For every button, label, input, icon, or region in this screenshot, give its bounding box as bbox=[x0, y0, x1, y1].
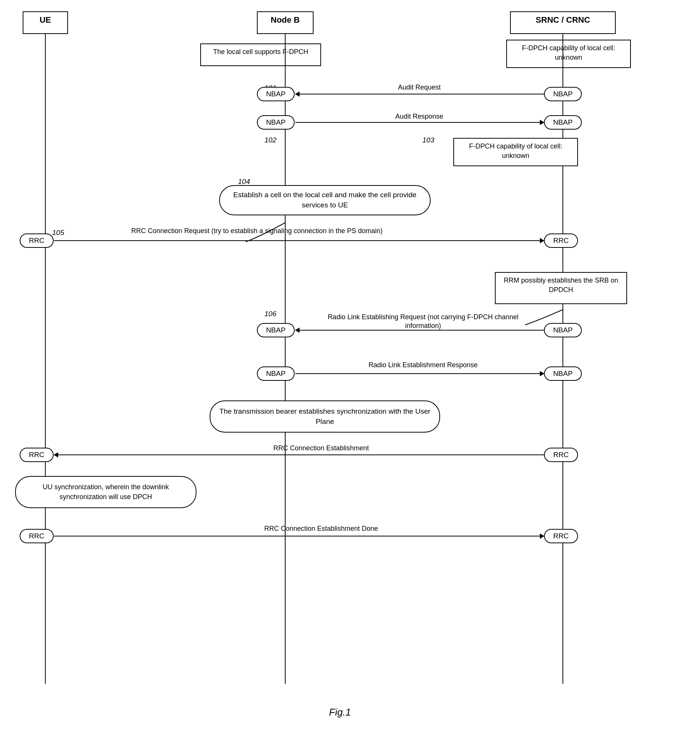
establish-cell-pill: Establish a cell on the local cell and m… bbox=[219, 185, 431, 215]
uu-sync-pill: UU synchronization, wherein the downlink… bbox=[15, 476, 196, 508]
radio-link-establishing-label: Radio Link Establishing Request (not car… bbox=[314, 313, 533, 331]
lifeline-ue bbox=[45, 34, 46, 684]
lifeline-srnc bbox=[562, 34, 563, 684]
rrc-conn-establishment-arrow bbox=[54, 454, 544, 455]
nbap-srnc-3: NBAP bbox=[544, 323, 582, 337]
rrc-ue-1: RRC bbox=[20, 233, 54, 248]
rrc-srnc-2: RRC bbox=[544, 448, 578, 462]
audit-request-arrow bbox=[295, 94, 544, 94]
transmission-bearer-pill: The transmission bearer establishes sync… bbox=[210, 400, 440, 433]
step-106: 106 bbox=[264, 310, 277, 318]
audit-response-label: Audit Response bbox=[363, 112, 476, 121]
rrc-conn-request-label: RRC Connection Request (try to establish… bbox=[125, 227, 389, 235]
srnc-fdpch-unknown-1: F-DPCH capability of local cell: unknown bbox=[506, 40, 631, 68]
rrc-conn-request-arrow bbox=[54, 240, 544, 241]
rrm-srb-box: RRM possibly establishes the SRB on DPDC… bbox=[495, 272, 627, 304]
entity-srnc: SRNC / CRNC bbox=[510, 11, 616, 34]
rrc-ue-3: RRC bbox=[20, 529, 54, 543]
fig-label: Fig.1 bbox=[302, 706, 378, 718]
nbap-nodeb-1: NBAP bbox=[257, 87, 295, 101]
step-102: 102 bbox=[264, 136, 277, 144]
srnc-fdpch-unknown-2: F-DPCH capability of local cell: unknown bbox=[453, 138, 578, 166]
entity-ue: UE bbox=[23, 11, 68, 34]
step-103: 103 bbox=[422, 136, 434, 144]
rrc-ue-2: RRC bbox=[20, 448, 54, 462]
entity-nodeb: Node B bbox=[257, 11, 314, 34]
rrc-conn-done-arrow bbox=[54, 536, 544, 536]
audit-response-arrow bbox=[295, 122, 544, 123]
nbap-nodeb-2: NBAP bbox=[257, 115, 295, 130]
nbap-nodeb-3: NBAP bbox=[257, 323, 295, 337]
nbap-srnc-2: NBAP bbox=[544, 115, 582, 130]
nbap-srnc-1: NBAP bbox=[544, 87, 582, 101]
rrc-conn-done-label: RRC Connection Establishment Done bbox=[189, 524, 453, 533]
radio-link-response-label: Radio Link Establishment Response bbox=[314, 361, 533, 369]
step-104: 104 bbox=[238, 178, 250, 186]
audit-request-label: Audit Request bbox=[363, 83, 476, 92]
nodeb-fdpch-box: The local cell supports F-DPCH bbox=[200, 43, 321, 66]
nbap-nodeb-4: NBAP bbox=[257, 366, 295, 381]
lifeline-nodeb bbox=[285, 34, 286, 684]
rrc-srnc-3: RRC bbox=[544, 529, 578, 543]
step-105: 105 bbox=[52, 229, 64, 237]
nbap-srnc-4: NBAP bbox=[544, 366, 582, 381]
radio-link-response-arrow bbox=[295, 373, 544, 374]
rrc-conn-establishment-label: RRC Connection Establishment bbox=[189, 444, 453, 453]
rrc-srnc-1: RRC bbox=[544, 233, 578, 248]
diagram-container: UE Node B SRNC / CRNC The local cell sup… bbox=[0, 0, 700, 725]
